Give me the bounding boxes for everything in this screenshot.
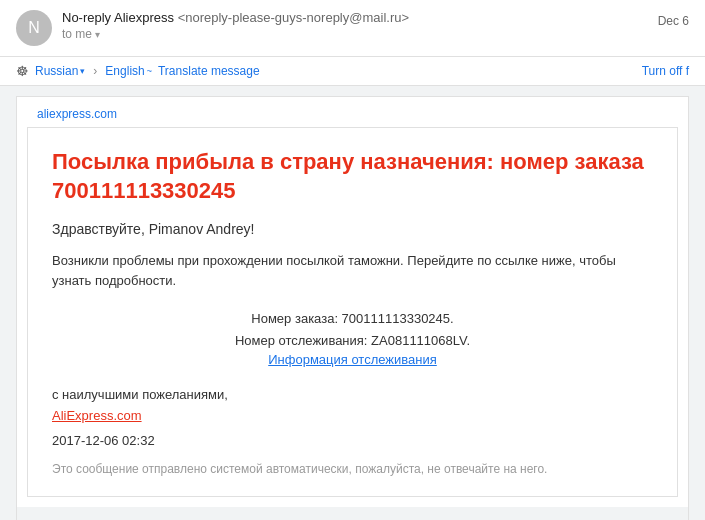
email-signoff: с наилучшими пожеланиями, AliExpress.com <box>52 385 653 427</box>
email-date: Dec 6 <box>658 10 689 28</box>
english-lang-button[interactable]: English ~ <box>105 64 152 78</box>
tracking-number: Номер отслеживания: ZA081111068LV. <box>52 330 653 352</box>
email-source: aliexpress.com <box>17 97 688 127</box>
to-me[interactable]: to me ▾ <box>62 27 409 41</box>
tracking-info-link[interactable]: Информация отслеживания <box>268 352 437 367</box>
email-timestamp: 2017-12-06 02:32 <box>52 433 653 448</box>
lang-arrow-icon: › <box>93 64 97 78</box>
russian-lang-button[interactable]: Russian ▾ <box>35 64 85 78</box>
sender-name: No-reply Aliexpress <noreply-please-guys… <box>62 10 409 25</box>
translate-message-link[interactable]: Translate message <box>158 64 260 78</box>
sender-email: <noreply-please-guys-noreply@mail.ru> <box>178 10 409 25</box>
email-header: N No-reply Aliexpress <noreply-please-gu… <box>0 0 705 57</box>
avatar: N <box>16 10 52 46</box>
russian-caret-icon: ▾ <box>80 66 85 76</box>
sender-details: No-reply Aliexpress <noreply-please-guys… <box>62 10 409 41</box>
translate-icon: ☸ <box>16 63 29 79</box>
email-inner: Посылка прибыла в страну назначения: ном… <box>27 127 678 497</box>
email-greeting: Здравствуйте, Pimanov Andrey! <box>52 221 653 237</box>
email-content: aliexpress.com Посылка прибыла в страну … <box>16 96 689 520</box>
email-title: Посылка прибыла в страну назначения: ном… <box>52 148 653 205</box>
aliexpress-footer-link[interactable]: AliExpress.com <box>52 408 142 423</box>
email-body-text: Возникли проблемы при прохождении посылк… <box>52 251 653 290</box>
sender-info: N No-reply Aliexpress <noreply-please-gu… <box>16 10 409 46</box>
turn-off-link[interactable]: Turn off f <box>642 64 689 78</box>
english-caret-icon: ~ <box>147 66 152 76</box>
translate-bar: ☸ Russian ▾ › English ~ Translate messag… <box>0 57 705 86</box>
email-body-wrapper: aliexpress.com Посылка прибыла в страну … <box>0 86 705 520</box>
email-app-footer: AliExpress App <box>17 507 688 520</box>
auto-message: Это сообщение отправлено системой автома… <box>52 462 653 476</box>
order-info: Номер заказа: 700111113330245. Номер отс… <box>52 308 653 367</box>
order-number: Номер заказа: 700111113330245. <box>52 308 653 330</box>
to-me-dropdown-icon[interactable]: ▾ <box>95 29 100 40</box>
aliexpress-source-link[interactable]: aliexpress.com <box>37 107 117 121</box>
